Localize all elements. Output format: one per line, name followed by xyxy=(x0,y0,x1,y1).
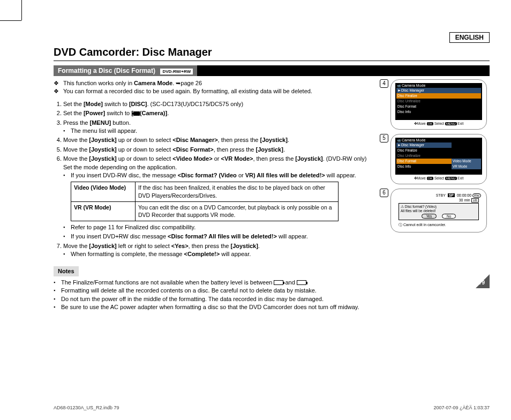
note-item: Be sure to use the AC power adapter when… xyxy=(61,303,374,311)
camera-icon xyxy=(133,111,140,116)
substep: When formatting is complete, the message… xyxy=(71,250,374,258)
format-badge: DVD-RW/+RW xyxy=(160,69,193,74)
intro-item: You can format a recorded disc to be use… xyxy=(63,87,374,95)
step: Press the [MENU] button. The menu list w… xyxy=(63,119,374,136)
yes-button: Yes xyxy=(422,214,437,219)
screen-illustrations: 4 📹 Camera Mode ►Disc Manager Disc Final… xyxy=(380,79,490,312)
table-row: Video (Video Mode)If the disc has been f… xyxy=(71,182,339,201)
lcd-screen-5: 📹 Camera Mode ►Disc Manager Disc Finaliz… xyxy=(390,134,487,184)
screen-step-badge: 6 xyxy=(380,189,388,197)
step: Move the [Joystick] left or right to sel… xyxy=(63,242,374,259)
language-header: ENGLISH xyxy=(54,32,490,43)
step: Set the [Power] switch to [(Camera)]. xyxy=(63,109,374,117)
substep: Refer to page 11 for Finalized disc comp… xyxy=(71,223,374,231)
section-header: Formatting a Disc (Disc Format) DVD-RW/+… xyxy=(54,65,490,76)
step: Move the [Joystick] up or down to select… xyxy=(63,136,374,144)
note-item: The Finalize/Format functions are not av… xyxy=(61,279,374,287)
substep: If you insert DVD-RW disc, the message <… xyxy=(71,171,374,179)
lcd-screen-6: STBY SP 00:00:00 RW 30 min VR ⚠ Disc for… xyxy=(390,189,487,232)
substep: If you insert DVD+RW disc message <Disc … xyxy=(71,232,374,241)
step: Set the [Mode] switch to [DISC]. (SC-DC1… xyxy=(63,100,374,108)
step: Move the [Joystick] up or down to select… xyxy=(63,146,374,154)
page-title: DVD Camcorder: Disc Manager xyxy=(54,46,490,61)
note-item: Do not turn the power off in the middle … xyxy=(61,295,374,303)
intro-list: This function works only in Camera Mode.… xyxy=(54,79,374,96)
substep: The menu list will appear. xyxy=(71,127,374,135)
notes-heading: Notes xyxy=(54,266,79,276)
footer-left: AD68-01230A_US_R2.indb 79 xyxy=(54,405,119,410)
no-button: No xyxy=(442,214,456,219)
section-label: Formatting a Disc (Disc Format) DVD-RW/+… xyxy=(54,65,197,76)
footer: AD68-01230A_US_R2.indb 79 2007-07-09 ¿ÀÈ… xyxy=(54,405,490,410)
step: Move the [Joystick] up or down to select… xyxy=(63,155,374,241)
screen-step-badge: 4 xyxy=(380,79,388,88)
main-content: This function works only in Camera Mode.… xyxy=(54,79,380,312)
intro-item: This function works only in Camera Mode.… xyxy=(63,79,374,87)
mode-table: Video (Video Mode)If the disc has been f… xyxy=(71,182,339,221)
battery-icon xyxy=(274,280,283,285)
steps-list: Set the [Mode] switch to [DISC]. (SC-DC1… xyxy=(54,100,374,259)
lcd-screen-4: 📹 Camera Mode ►Disc Manager Disc Finaliz… xyxy=(390,79,487,130)
screen-step-badge: 5 xyxy=(380,134,388,142)
battery-icon xyxy=(297,280,306,285)
table-row: VR (VR Mode)You can edit the disc on a D… xyxy=(71,201,339,221)
footer-right: 2007-07-09 ¿ÀÈÄ 1:03:37 xyxy=(433,405,490,410)
notes-list: The Finalize/Format functions are not av… xyxy=(54,279,374,312)
page-number: 79 xyxy=(476,274,490,288)
note-item: Formatting will delete all the recorded … xyxy=(61,287,374,295)
language-label: ENGLISH xyxy=(449,32,490,43)
